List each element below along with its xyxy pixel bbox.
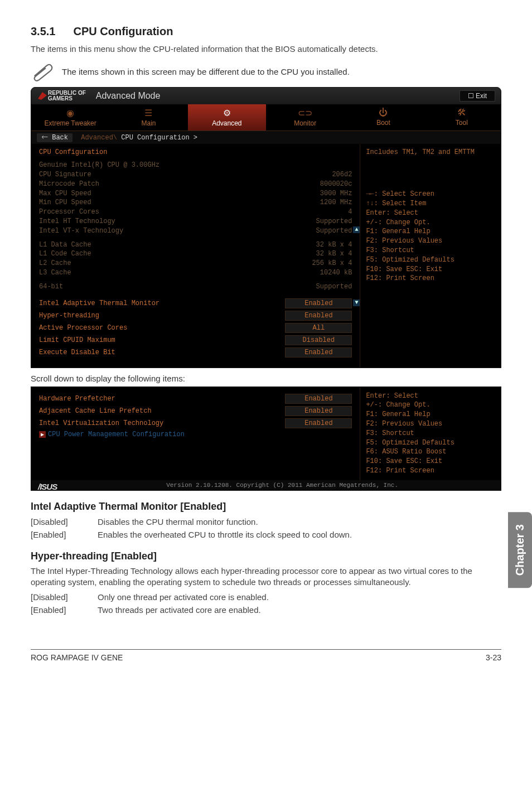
ht-heading: Hyper-threading [Enabled] (31, 550, 501, 562)
scroll-down-icon[interactable]: ▼ (353, 299, 360, 306)
help-line: F12: Print Screen (366, 466, 495, 476)
bios-screenshot: REPUBLIC OF GAMERS Advanced Mode ☐ Exit … (31, 87, 501, 368)
help-line: F10: Save ESC: Exit (366, 457, 495, 466)
note-text: The items shown in this screen may be di… (62, 67, 350, 76)
info-key: Microcode Patch (39, 180, 99, 189)
help-box: →←: Select Screen ↑↓: Select Item Enter:… (366, 190, 495, 283)
help-line: →←: Select Screen (366, 190, 495, 199)
note-row: The items shown in this screen may be di… (31, 61, 501, 81)
info-key: Intel HT Technology (39, 217, 115, 226)
exit-icon: ☐ (468, 92, 476, 100)
opt-active-cores[interactable]: Active Processor CoresAll (39, 323, 352, 333)
opt-value[interactable]: Enabled (285, 406, 352, 416)
opt-adj-cache[interactable]: Adjacent Cache Line PrefetchEnabled (39, 406, 352, 416)
help-box-2: Enter: Select +/-: Change Opt. F1: Gener… (366, 392, 495, 476)
opt-value[interactable]: Enabled (285, 311, 352, 321)
info-key: CPU Signature (39, 170, 91, 180)
gauge-icon: ◉ (31, 108, 109, 118)
help-line: F12: Print Screen (366, 274, 495, 283)
opt-xd-bit[interactable]: Execute Disable BitEnabled (39, 347, 352, 357)
info-key: Max CPU Speed (39, 189, 91, 199)
version-row: /ISUS Version 2.10.1208. Copyright (C) 2… (31, 480, 501, 490)
mode-label: Advanced Mode (96, 91, 161, 101)
power-icon: ⏻ (344, 108, 422, 118)
info-key: Intel VT-x Technology (39, 226, 123, 236)
cache-key: L2 Cache (39, 259, 71, 268)
help-line: F3: Shortcut (366, 429, 495, 438)
opt-hyperthreading[interactable]: Hyper-threadingEnabled (39, 311, 352, 321)
back-button[interactable]: 🡐 Back (37, 133, 72, 142)
crumb-a: Advanced\ (81, 134, 117, 142)
help-line: +/-: Change Opt. (366, 218, 495, 228)
help-line: F10: Save ESC: Exit (366, 265, 495, 274)
section-number: 3.5.1 (31, 25, 55, 38)
scroll-up-icon[interactable]: ▲ (353, 226, 360, 233)
opt-thermal-monitor[interactable]: Intel Adaptive Thermal Monitor Enabled ▼ (39, 298, 352, 308)
help-line: F1: General Help (366, 410, 495, 419)
scroll-text: Scroll down to display the following ite… (31, 374, 501, 383)
help-line: F6: ASUS Ratio Boost (366, 447, 495, 457)
cpu-info-list: Genuine Intel(R) CPU @ 3.00GHz CPU Signa… (39, 161, 352, 235)
tab-monitor[interactable]: ⊂⊃Monitor (266, 104, 344, 131)
tab-bar: ◉Extreme Tweaker ☰Main ⚙Advanced ⊂⊃Monit… (31, 104, 501, 131)
exit-button[interactable]: ☐ Exit (460, 90, 495, 102)
chevron-right-icon: ▶ (39, 431, 46, 438)
crumb-b[interactable]: CPU Configuration > (121, 134, 197, 142)
tab-main[interactable]: ☰Main (109, 104, 187, 131)
help-line: +/-: Change Opt. (366, 400, 495, 410)
help-line: F2: Previous Values (366, 419, 495, 429)
defrow: [Enabled]Two threads per activated core … (31, 604, 501, 616)
opt-value[interactable]: Enabled (285, 394, 352, 404)
row64-key: 64-bit (39, 282, 63, 292)
opt-vtx[interactable]: Intel Virtualization TechnologyEnabled (39, 418, 352, 428)
help-line: F2: Previous Values (366, 236, 495, 246)
help-line: F3: Shortcut (366, 246, 495, 255)
footer-left: ROG RAMPAGE IV GENE (31, 653, 123, 662)
brand-bottom: GAMERS (48, 96, 86, 102)
help-line: F1: General Help (366, 227, 495, 236)
section-heading: 3.5.1CPU Configuration (31, 25, 501, 38)
clamp-icon: ⊂⊃ (266, 108, 344, 118)
footer-right: 3-23 (486, 653, 501, 662)
help-line: Enter: Select (366, 392, 495, 401)
tab-tool[interactable]: 🛠Tool (423, 104, 501, 131)
tab-advanced[interactable]: ⚙Advanced (188, 104, 266, 131)
defrow: [Disabled]Disables the CPU thermal monit… (31, 516, 501, 528)
tab-boot[interactable]: ⏻Boot (344, 104, 422, 131)
opt-hw-prefetch[interactable]: Hardware PrefetcherEnabled (39, 394, 352, 404)
page-footer: ROG RAMPAGE IV GENE 3-23 (31, 649, 501, 662)
breadcrumb: 🡐 Back Advanced\ CPU Configuration > (31, 131, 501, 144)
help-line: F5: Optimized Defaults (366, 255, 495, 265)
tab-extreme[interactable]: ◉Extreme Tweaker (31, 104, 109, 131)
version-text: Version 2.10.1208. Copyright (C) 2011 Am… (166, 482, 398, 489)
intro-text: The items in this menu show the CPU-rela… (31, 44, 501, 55)
asus-logo: /ISUS (31, 482, 64, 491)
rog-logo-icon (37, 90, 48, 102)
defrow: [Disabled]Only one thread per activated … (31, 591, 501, 603)
help-line: Enter: Select (366, 209, 495, 218)
brand-label: REPUBLIC OF GAMERS (48, 90, 86, 102)
tool-icon: 🛠 (423, 108, 501, 118)
exit-label: Exit (476, 92, 487, 100)
opt-value[interactable]: Enabled (285, 418, 352, 428)
info-key: Min CPU Speed (39, 198, 91, 207)
opt-value[interactable]: All (285, 323, 352, 333)
list-icon: ☰ (109, 108, 187, 118)
cache-list: L1 Data Cache32 kB x 4 L1 Code Cache32 k… (39, 240, 352, 278)
nav-cpu-power-mgmt[interactable]: ▶CPU Power Management Configuration (39, 431, 352, 438)
defrow: [Enabled]Enables the overheated CPU to t… (31, 529, 501, 540)
help-header: Includes TM1, TM2 and EMTTM (366, 148, 495, 156)
help-line: ↑↓: Select Item (366, 199, 495, 209)
opt-value[interactable]: Enabled (285, 298, 352, 308)
cache-key: L1 Code Cache (39, 249, 91, 259)
opt-value[interactable]: Enabled (285, 347, 352, 357)
info-key: Genuine Intel(R) CPU @ 3.00GHz (39, 161, 159, 170)
opt-cpuid-max[interactable]: Limit CPUID MaximumDisabled (39, 335, 352, 345)
chapter-tab: Chapter 3 (508, 512, 532, 588)
opt-value[interactable]: Disabled (285, 335, 352, 345)
cache-key: L3 Cache (39, 268, 71, 278)
info-key: Processor Cores (39, 207, 99, 217)
panel-title: CPU Configuration (39, 148, 352, 156)
ht-para: The Intel Hyper-Threading Technology all… (31, 566, 501, 588)
help-line: F5: Optimized Defaults (366, 438, 495, 448)
